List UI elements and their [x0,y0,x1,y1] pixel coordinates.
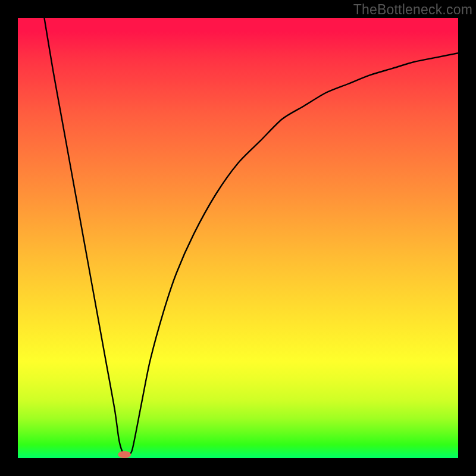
chart-container: TheBottleneck.com [0,0,476,476]
chart-overlay [18,18,458,458]
watermark-text: TheBottleneck.com [353,2,472,18]
minimum-marker [118,451,131,458]
plot-area [18,18,458,458]
bottleneck-curve [44,18,458,455]
